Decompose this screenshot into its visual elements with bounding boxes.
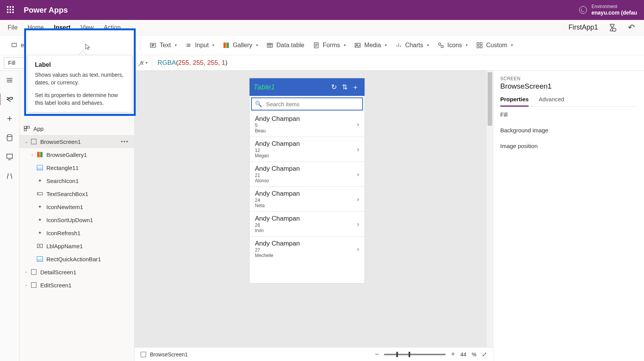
zoom-in-icon[interactable]: +	[451, 350, 455, 358]
menu-insert[interactable]: Insert	[54, 24, 71, 31]
rail-hamburger-icon[interactable]	[5, 76, 14, 84]
formula-bar: Fill 𝑓x▾ RGBA(255, 255, 255, 1)	[0, 55, 644, 71]
ribbon-gallery[interactable]: Gallery ▾	[220, 40, 260, 50]
tree-search-icon-ctl[interactable]: ✦ SearchIcon1	[20, 174, 134, 187]
tree-screen-browse[interactable]: ⌄ BrowseScreen1 •••	[20, 135, 134, 148]
rail-advanced-tools-icon[interactable]	[5, 172, 14, 180]
status-crumb[interactable]: BrowseScreen1	[150, 351, 188, 358]
tab-advanced[interactable]: Advanced	[539, 96, 564, 106]
gallery-item[interactable]: Andy Champan 21 Alonso ›	[250, 162, 365, 186]
ribbon-button[interactable]: Button	[101, 40, 133, 50]
ribbon-forms[interactable]: Forms ▾	[310, 40, 348, 50]
ribbon-media[interactable]: Media ▾	[352, 40, 389, 50]
chevron-right-icon: ›	[357, 245, 359, 253]
tree-screen-detail[interactable]: › DetailScreen1	[20, 265, 134, 279]
gallery-item[interactable]: Andy Champan 26 Irvin ›	[250, 211, 365, 236]
tab-properties[interactable]: Properties	[500, 96, 529, 106]
tree-browse-gallery[interactable]: › BrowseGallery1	[20, 148, 134, 161]
zoom-slider[interactable]	[384, 354, 445, 355]
environment-text[interactable]: Environment enayu.com (defau	[591, 4, 637, 16]
svg-rect-12	[480, 43, 482, 45]
custom-icon	[476, 42, 483, 49]
chevron-right-icon: ›	[357, 195, 359, 203]
gallery-item-num: 24	[255, 198, 357, 203]
fx-label[interactable]: 𝑓x▾	[135, 55, 152, 70]
rail-media-icon[interactable]	[5, 153, 14, 161]
prop-fill[interactable]: Fill	[500, 107, 637, 122]
phone-preview: Table1 ↻ ⇅ ＋ 🔍 Andy Champan 5 Beau › And…	[250, 78, 365, 283]
gallery-item[interactable]: Andy Champan 24 Neta ›	[250, 186, 365, 211]
menu-view[interactable]: View	[80, 24, 94, 31]
ribbon-data-table-label: Data table	[276, 42, 304, 49]
svg-point-15	[7, 135, 12, 137]
menu-action[interactable]: Action	[104, 24, 120, 31]
refresh-icon[interactable]: ↻	[329, 82, 339, 92]
undo-icon[interactable]: ↶	[626, 23, 636, 33]
gallery-item-sub: Irvin	[255, 228, 357, 233]
ribbon-input-label: Input	[195, 42, 209, 49]
tree-app[interactable]: App	[20, 122, 134, 135]
rail-insert-icon[interactable]: +	[5, 114, 14, 123]
ribbon-input[interactable]: Input ▾	[183, 40, 217, 50]
forms-icon	[313, 42, 320, 49]
ribbon-icons[interactable]: Icons ▾	[435, 40, 470, 50]
formula-input[interactable]: RGBA(255, 255, 255, 1)	[152, 55, 644, 70]
gallery-item-num: 12	[255, 148, 357, 153]
expand-icon[interactable]: ⤢	[482, 351, 487, 358]
canvas-scrollbar[interactable]	[487, 71, 493, 347]
ribbon-new-screen[interactable]: ew screen ▾	[8, 40, 57, 50]
app-checker-icon[interactable]	[607, 23, 617, 33]
tree-screen-edit[interactable]: › EditScreen1	[20, 279, 134, 292]
gallery-item-sub: Neta	[255, 203, 357, 208]
ribbon-text[interactable]: Text ▾	[147, 40, 179, 50]
zoom-out-icon[interactable]: −	[375, 350, 379, 358]
tree-icon-new-item[interactable]: ✦ IconNewItem1	[20, 200, 134, 213]
left-rail: +	[0, 71, 20, 361]
add-icon[interactable]: ＋	[350, 82, 361, 92]
prop-image-position[interactable]: Image position	[500, 138, 637, 154]
tree-text-search-box[interactable]: TextSearchBox1	[20, 187, 134, 200]
tree-rectangle[interactable]: Rectangle11	[20, 161, 134, 174]
ribbon-forms-label: Forms	[323, 42, 340, 49]
canvas[interactable]: Table1 ↻ ⇅ ＋ 🔍 Andy Champan 5 Beau › And…	[135, 71, 493, 361]
ribbon-separator	[64, 40, 64, 51]
ribbon-data-table[interactable]: Data table	[264, 40, 307, 50]
preview-search-input[interactable]	[265, 101, 359, 108]
tree-icon-refresh[interactable]: ✦ IconRefresh1	[20, 226, 134, 239]
more-icon[interactable]: •••	[121, 138, 129, 145]
chevron-right-icon: ›	[357, 170, 359, 178]
chevron-down-icon: ▾	[427, 43, 429, 47]
gallery-item-num: 26	[255, 223, 357, 228]
sort-icon[interactable]: ⇅	[339, 82, 350, 92]
zoom-value: 44	[460, 351, 467, 358]
ribbon-charts[interactable]: Charts ▾	[393, 40, 431, 50]
rail-tree-view-icon[interactable]	[5, 95, 14, 104]
app-name[interactable]: FirstApp1	[568, 23, 598, 31]
panel-object-name: BrowseScreen1	[500, 82, 637, 91]
gallery-item-name: Andy Champan	[255, 215, 357, 223]
gallery-item[interactable]: Andy Champan 5 Beau ›	[250, 112, 365, 137]
control-icon: ✦	[36, 229, 43, 236]
rail-data-icon[interactable]	[5, 134, 14, 142]
tree-view: App ⌄ BrowseScreen1 ••• › BrowseGallery1…	[20, 71, 135, 361]
svg-rect-17	[24, 126, 26, 128]
chevron-down-icon: ▾	[256, 43, 258, 47]
tree-item-label: TextSearchBox1	[46, 191, 88, 197]
ribbon-custom[interactable]: Custom ▾	[474, 40, 515, 50]
ribbon-label[interactable]: Labl	[71, 40, 97, 50]
chevron-down-icon: ▾	[511, 43, 513, 47]
property-selector[interactable]: Fill	[0, 55, 135, 70]
prop-bg-image[interactable]: Background image	[500, 122, 637, 138]
gallery-item[interactable]: Andy Champan 12 Megan ›	[250, 137, 365, 162]
tree-icon-sort[interactable]: ✦ IconSortUpDown1	[20, 213, 134, 226]
waffle-icon[interactable]	[7, 6, 15, 14]
preview-search[interactable]: 🔍	[251, 97, 363, 110]
status-bar: BrowseScreen1 − + 44 % ⤢	[135, 347, 493, 361]
screen-icon	[30, 138, 37, 145]
menu-home[interactable]: Home	[28, 24, 44, 31]
textbox-icon	[36, 190, 43, 197]
menu-file[interactable]: File	[8, 24, 18, 31]
tree-rect-qab[interactable]: RectQuickActionBar1	[20, 252, 134, 265]
tree-lbl-app-name[interactable]: LblAppName1	[20, 239, 134, 252]
gallery-item[interactable]: Andy Champan 27 Mechelle ›	[250, 236, 365, 261]
